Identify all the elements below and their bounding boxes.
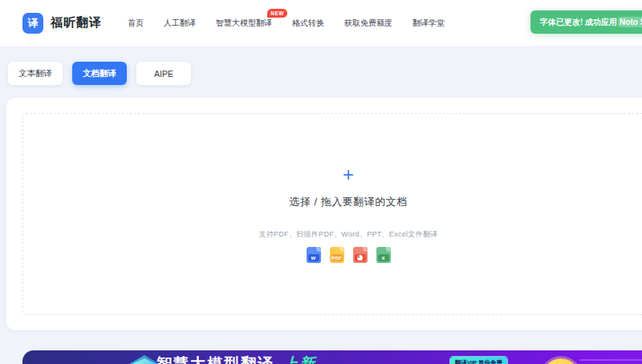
file-type-icons: W PDF X [307,247,391,263]
banner-title: 智慧大模型翻译上新 [156,354,316,364]
supported-formats-hint: 支持PDF、扫描件PDF、Word、PPT、Excel文件翻译 [258,229,437,240]
nav-item-ai-model-translation[interactable]: 智慧大模型翻译 NEW [216,18,272,29]
pie-chart-glyph [357,255,363,261]
banner-title-text: 智慧大模型翻译 [156,355,274,364]
tab-document-translation[interactable]: 文档翻译 [72,62,127,85]
app-window: 译 福昕翻译 首页 人工翻译 智慧大模型翻译 NEW 格式转换 获取免费额度 翻… [0,0,642,364]
plus-icon[interactable]: + [343,165,354,184]
vip-free-badge: 翻译VIP 首份免费 [450,357,507,364]
nav-menu: 首页 人工翻译 智慧大模型翻译 NEW 格式转换 获取免费额度 翻译学堂 [128,18,445,29]
page-fold [339,247,344,252]
word-file-icon: W [307,247,321,263]
banner-highlight-text: 上新 [282,355,316,364]
brand-logo-icon[interactable]: 译 [22,13,43,34]
nav-item-translation-school[interactable]: 翻译学堂 [412,18,445,29]
nav-item-home[interactable]: 首页 [128,18,144,29]
excel-file-label: X [378,254,389,261]
dropzone-title: 选择 / 拖入要翻译的文档 [289,195,407,209]
toast-message: 字体已更改! 成功应用 [540,17,617,28]
new-badge: NEW [267,9,287,18]
logo-glyph: 译 [28,16,39,30]
coin-circle-graphic [542,358,579,364]
ppt-file-icon [353,247,368,263]
pdf-file-label: PDF [331,254,343,261]
page-fold [386,247,391,252]
nav-item-free-quota[interactable]: 获取免费额度 [344,18,392,29]
toast-font-name: Noto Sans [618,17,642,27]
page-fold [363,247,368,252]
ppt-file-label [355,254,366,261]
nav-item-human-translation[interactable]: 人工翻译 [164,18,196,29]
circuit-line-decoration [579,359,642,361]
page-fold [316,247,321,252]
pdf-file-icon: PDF [330,247,344,263]
document-dropzone[interactable]: + 选择 / 拖入要翻译的文档 支持PDF、扫描件PDF、Word、PPT、Ex… [22,113,642,315]
tab-text-translation[interactable]: 文本翻译 [8,62,63,85]
nav-item-format-conversion[interactable]: 格式转换 [292,18,324,29]
word-file-label: W [308,254,319,261]
nav-item-label: 智慧大模型翻译 [216,18,272,27]
excel-file-icon: X [376,247,391,263]
promo-banner[interactable]: 智慧大模型翻译上新 翻译VIP 首份免费 [22,350,642,364]
font-changed-toast[interactable]: 字体已更改! 成功应用Noto Sans [530,10,642,34]
upload-card: + 选择 / 拖入要翻译的文档 支持PDF、扫描件PDF、Word、PPT、Ex… [6,98,642,330]
translation-mode-tabs: 文本翻译 文档翻译 AIPE [8,62,191,85]
tab-aipe[interactable]: AIPE [136,62,191,85]
brand-name[interactable]: 福昕翻译 [51,15,102,30]
